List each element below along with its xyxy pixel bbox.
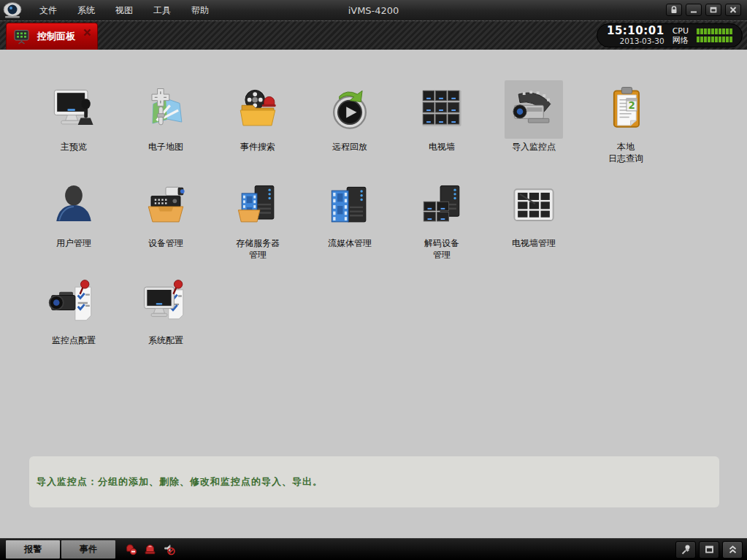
- module-icon-box: [413, 177, 471, 235]
- module-label: 电视墙管理: [512, 237, 556, 249]
- cpu-usage-bar: [697, 28, 732, 34]
- import-camera-icon: [506, 82, 562, 137]
- menu-system[interactable]: 系统: [67, 1, 105, 20]
- network-usage-bar: [697, 37, 732, 42]
- remote-playback-icon: [322, 82, 378, 137]
- module-label: 电子地图: [148, 141, 183, 153]
- restore-panel-button[interactable]: [699, 541, 719, 559]
- emap-icon: [138, 82, 194, 137]
- module-label: 用户管理: [56, 237, 91, 249]
- alarm-tab[interactable]: 报警: [6, 540, 60, 559]
- module-label: 设备管理: [148, 237, 183, 249]
- control-panel-icon: [12, 28, 31, 46]
- storage-server-mgmt-icon: [230, 178, 286, 234]
- module-row: 用户管理 设备管理 存储服务器 管理: [28, 164, 747, 261]
- module-icon-box: [321, 80, 379, 139]
- module-label: 监控点配置: [52, 334, 96, 346]
- system-config-icon: [138, 275, 194, 331]
- stream-media-mgmt-icon: [322, 178, 378, 234]
- system-status-pill: 15:10:01 2013-03-30 CPU 网络: [597, 23, 743, 47]
- module-tv-wall[interactable]: 电视墙: [396, 80, 488, 153]
- module-label: 远程回放: [332, 141, 367, 153]
- close-button[interactable]: [725, 4, 741, 16]
- alarm-mute-icon[interactable]: [163, 543, 175, 556]
- maximize-button[interactable]: [705, 4, 721, 16]
- module-row: 主预览 电子地图 事件搜索 远程回放: [28, 50, 747, 164]
- module-description-panel: 导入监控点：分组的添加、删除、修改和监控点的导入、导出。: [29, 456, 719, 507]
- module-storage-server-mgmt[interactable]: 存储服务器 管理: [212, 177, 304, 261]
- module-icon-box: [137, 274, 195, 332]
- tab-close-icon[interactable]: [83, 28, 91, 37]
- menu-help[interactable]: 帮助: [181, 1, 219, 20]
- module-icon-box: [229, 177, 287, 235]
- tab-control-panel[interactable]: 控制面板: [6, 23, 98, 50]
- module-main-preview[interactable]: 主预览: [28, 80, 120, 153]
- minimize-icon: [689, 6, 698, 14]
- module-icon-box: [505, 80, 563, 139]
- module-import-camera[interactable]: 导入监控点: [488, 80, 580, 153]
- app-logo-icon: [0, 1, 26, 20]
- device-mgmt-icon: [138, 178, 194, 234]
- window-controls: [666, 4, 741, 16]
- lock-button[interactable]: [666, 4, 682, 16]
- network-label: 网络: [673, 36, 689, 45]
- module-tvwall-mgmt[interactable]: 电视墙管理: [488, 177, 580, 249]
- menu-file[interactable]: 文件: [29, 1, 67, 20]
- cpu-label: CPU: [673, 26, 689, 36]
- module-icon-box: [45, 177, 103, 235]
- event-search-icon: [230, 82, 286, 137]
- module-user-mgmt[interactable]: 用户管理: [28, 177, 120, 249]
- module-icon-box: [505, 177, 563, 235]
- module-label: 电视墙: [429, 141, 455, 153]
- maximize-icon: [709, 6, 718, 14]
- decode-device-mgmt-icon: [414, 178, 470, 234]
- close-icon: [729, 6, 738, 14]
- module-icon-box: 2: [597, 80, 655, 139]
- module-icon-box: [137, 177, 195, 235]
- module-label: 主预览: [61, 141, 87, 153]
- control-panel-content: 主预览 电子地图 事件搜索 远程回放: [0, 50, 747, 538]
- menu-tools[interactable]: 工具: [143, 1, 181, 20]
- tab-label: 控制面板: [37, 30, 75, 43]
- module-description-text: 导入监控点：分组的添加、删除、修改和监控点的导入、导出。: [37, 475, 323, 488]
- clock-time: 15:10:01: [607, 26, 664, 37]
- module-row: 监控点配置 系统配置: [28, 261, 747, 346]
- module-icon-box: [45, 274, 103, 332]
- clock-date: 2013-03-30: [607, 37, 664, 45]
- module-device-mgmt[interactable]: 设备管理: [120, 177, 212, 249]
- module-system-config[interactable]: 系统配置: [120, 274, 212, 346]
- minimize-button[interactable]: [686, 4, 702, 16]
- module-icon-box: [45, 80, 103, 139]
- module-stream-media-mgmt[interactable]: 流媒体管理: [304, 177, 396, 249]
- pin-icon: [681, 544, 692, 555]
- module-grid: 主预览 电子地图 事件搜索 远程回放: [0, 50, 747, 346]
- module-label: 本地 日志查询: [608, 141, 643, 164]
- module-icon-box: [229, 80, 287, 139]
- restore-panel-icon: [704, 544, 715, 555]
- module-camera-config[interactable]: 监控点配置: [28, 274, 120, 346]
- module-decode-device-mgmt[interactable]: 解码设备 管理: [396, 177, 488, 261]
- event-tab[interactable]: 事件: [61, 540, 115, 559]
- pin-button[interactable]: [675, 541, 696, 559]
- module-label: 解码设备 管理: [424, 237, 459, 261]
- module-icon-box: [321, 177, 379, 235]
- tab-bar: 控制面板 15:10:01 2013-03-30 CPU 网络: [0, 21, 747, 50]
- collapse-icon: [727, 544, 738, 555]
- tv-wall-icon: [414, 82, 470, 137]
- alarm-siren-icon[interactable]: [144, 543, 156, 556]
- menu-view[interactable]: 视图: [105, 1, 143, 20]
- svg-text:2: 2: [628, 100, 635, 111]
- module-local-log[interactable]: 2 本地 日志查询: [580, 80, 672, 164]
- alarm-clear-icon[interactable]: [125, 543, 137, 556]
- module-remote-playback[interactable]: 远程回放: [304, 80, 396, 153]
- camera-config-icon: [46, 275, 101, 331]
- title-bar: 文件 系统 视图 工具 帮助 iVMS-4200: [0, 0, 747, 21]
- module-icon-box: [413, 80, 471, 139]
- lock-icon: [670, 6, 678, 14]
- module-emap[interactable]: 电子地图: [120, 80, 212, 153]
- collapse-button[interactable]: [722, 541, 743, 559]
- user-mgmt-icon: [46, 178, 101, 234]
- module-event-search[interactable]: 事件搜索: [212, 80, 304, 153]
- module-label: 流媒体管理: [328, 237, 372, 249]
- module-label: 存储服务器 管理: [236, 237, 280, 261]
